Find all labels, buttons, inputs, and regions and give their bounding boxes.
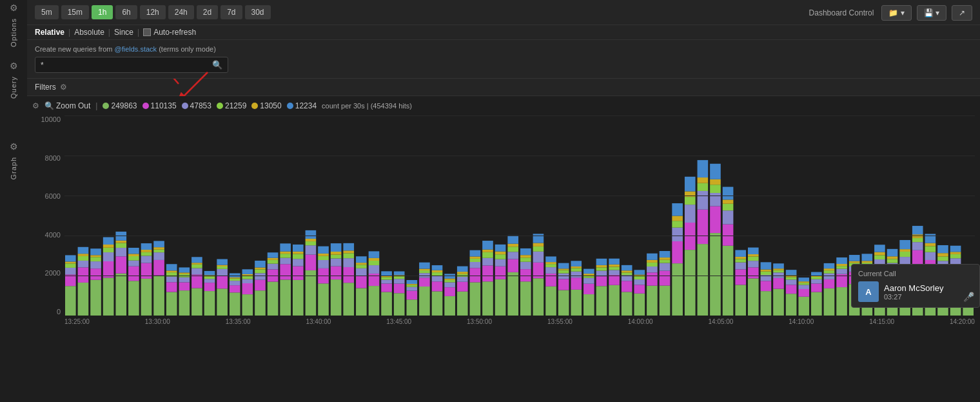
legend-count-5: 12234 xyxy=(295,101,317,110)
graph-toolbar-gear-icon[interactable]: ⚙ xyxy=(32,101,39,110)
grid-0 xyxy=(64,116,975,116)
graph-section: ⚙ 🔍 Zoom Out | 249863 110135 47853 21259 xyxy=(27,96,980,335)
zoom-icon: 🔍 xyxy=(44,101,54,110)
x-label-1420: 14:20:00 xyxy=(950,318,975,325)
legend-count-3: 21259 xyxy=(225,101,246,110)
filters-row: Filters ⚙ xyxy=(27,79,980,96)
legend-item-4[interactable]: 13050 xyxy=(251,101,281,110)
y-axis: 10000 8000 6000 4000 2000 0 xyxy=(32,116,64,316)
mic-icon[interactable]: 🎤 xyxy=(963,292,974,302)
main-content: 5m 15m 1h 6h 12h 24h 2d 7d 30d Dashboard… xyxy=(27,0,980,402)
auto-refresh-toggle[interactable]: Auto-refresh xyxy=(143,28,196,37)
load-button[interactable]: 📁 ▾ xyxy=(881,5,911,21)
legend-dot-4 xyxy=(251,103,258,109)
legend-item-0[interactable]: 249863 xyxy=(103,101,137,110)
time-btn-6h[interactable]: 6h xyxy=(115,5,137,19)
separator-pipe: | xyxy=(95,101,97,110)
legend-item-3[interactable]: 21259 xyxy=(217,101,246,110)
x-label-1410: 14:10:00 xyxy=(789,318,814,325)
top-toolbar: 5m 15m 1h 6h 12h 24h 2d 7d 30d Dashboard… xyxy=(27,0,980,25)
time-btn-15m[interactable]: 15m xyxy=(61,5,89,19)
since-mode[interactable]: Since xyxy=(114,28,133,37)
y-label-0: 0 xyxy=(57,308,61,316)
legend-item-1[interactable]: 110135 xyxy=(142,101,177,110)
grid-4 xyxy=(64,276,975,276)
x-label-1345: 13:45:00 xyxy=(386,318,411,325)
query-input[interactable] xyxy=(41,61,212,70)
legend-count-0: 249863 xyxy=(111,101,137,110)
y-label-6000: 6000 xyxy=(45,192,61,200)
x-label-1355: 13:55:00 xyxy=(547,318,573,325)
dashboard-control: Dashboard Control 📁 ▾ 💾 ▾ ↗ xyxy=(809,5,972,21)
filters-gear-icon[interactable]: ⚙ xyxy=(60,83,67,92)
sidebar-query-label: Query xyxy=(7,74,20,101)
graph-toolbar: ⚙ 🔍 Zoom Out | 249863 110135 47853 21259 xyxy=(32,99,975,113)
save-button[interactable]: 💾 ▾ xyxy=(917,5,946,21)
chart-canvas xyxy=(64,116,975,316)
absolute-mode[interactable]: Absolute xyxy=(74,28,104,37)
query-section: Create new queries from @fields.stack (t… xyxy=(27,40,980,79)
x-label-1330: 13:30:00 xyxy=(145,318,170,325)
graph-gear-icon[interactable]: ⚙ xyxy=(7,139,21,154)
zoom-out-button[interactable]: 🔍 Zoom Out xyxy=(44,101,90,110)
relative-mode[interactable]: Relative xyxy=(35,28,64,37)
legend-dot-1 xyxy=(142,103,149,109)
graph-stats: count per 30s | (454394 hits) xyxy=(322,102,412,110)
y-label-8000: 8000 xyxy=(45,154,61,162)
current-call-widget: Current Call A Aaron McSorley 03:27 🎤 xyxy=(851,264,980,308)
caller-name: Aaron McSorley xyxy=(884,283,943,293)
filters-label: Filters xyxy=(35,83,56,92)
query-search-icon[interactable]: 🔍 xyxy=(212,60,222,70)
legend-count-4: 13050 xyxy=(260,101,281,110)
time-mode-row: Relative | Absolute | Since | Auto-refre… xyxy=(27,25,980,40)
auto-refresh-checkbox[interactable] xyxy=(143,28,151,36)
x-label-1400: 14:00:00 xyxy=(628,318,653,325)
caller-row: A Aaron McSorley 03:27 🎤 xyxy=(858,281,973,302)
options-gear-icon[interactable]: ⚙ xyxy=(7,0,21,15)
y-label-4000: 4000 xyxy=(45,231,61,239)
time-btn-30d[interactable]: 30d xyxy=(245,5,271,19)
x-label-1405: 14:05:00 xyxy=(709,318,734,325)
y-label-10000: 10000 xyxy=(41,116,61,123)
x-label-1350: 13:50:00 xyxy=(467,318,492,325)
grid-1 xyxy=(64,156,975,156)
share-button[interactable]: ↗ xyxy=(952,5,972,21)
chart-area: 10000 8000 6000 4000 2000 0 xyxy=(32,116,975,335)
legend-count-2: 47853 xyxy=(190,101,211,110)
x-label-1415: 14:15:00 xyxy=(869,318,894,325)
time-btn-2d[interactable]: 2d xyxy=(197,5,218,19)
x-label-1340: 13:40:00 xyxy=(306,318,331,325)
grid-3 xyxy=(64,236,975,236)
grid-2 xyxy=(64,196,975,196)
legend-item-2[interactable]: 47853 xyxy=(182,101,211,110)
query-input-row: 🔍 xyxy=(35,57,228,73)
legend-count-1: 110135 xyxy=(151,101,177,110)
time-btn-5m[interactable]: 5m xyxy=(35,5,59,19)
sidebar-graph-section: ⚙ Graph xyxy=(0,139,27,268)
time-btn-24h[interactable]: 24h xyxy=(168,5,194,19)
legend-dot-2 xyxy=(182,103,188,109)
query-hint: Create new queries from @fields.stack (t… xyxy=(35,45,972,53)
legend-dot-0 xyxy=(103,103,109,109)
sidebar-options-section: ⚙ Options xyxy=(0,0,27,58)
x-label-1325: 13:25:00 xyxy=(64,318,90,325)
time-btn-12h[interactable]: 12h xyxy=(140,5,166,19)
time-btn-1h[interactable]: 1h xyxy=(92,5,113,19)
caller-avatar: A xyxy=(858,281,879,302)
auto-refresh-label: Auto-refresh xyxy=(153,28,196,37)
sidebar-query-section: ⚙ Query xyxy=(0,58,27,136)
y-label-2000: 2000 xyxy=(45,269,61,277)
query-gear-icon[interactable]: ⚙ xyxy=(7,58,21,74)
caller-timer: 03:27 xyxy=(884,293,943,301)
legend-item-5[interactable]: 12234 xyxy=(287,101,317,110)
grid-lines xyxy=(64,116,975,316)
sidebar-options-label: Options xyxy=(7,15,20,50)
sidebar-graph-label: Graph xyxy=(7,154,20,183)
legend-dot-3 xyxy=(217,103,223,109)
legend-dot-5 xyxy=(287,103,293,109)
dashboard-control-label: Dashboard Control xyxy=(809,8,874,17)
fields-stack-link[interactable]: @fields.stack xyxy=(115,45,157,53)
caller-info: Aaron McSorley 03:27 xyxy=(884,283,943,301)
current-call-title: Current Call xyxy=(858,270,973,277)
time-btn-7d[interactable]: 7d xyxy=(220,5,242,19)
